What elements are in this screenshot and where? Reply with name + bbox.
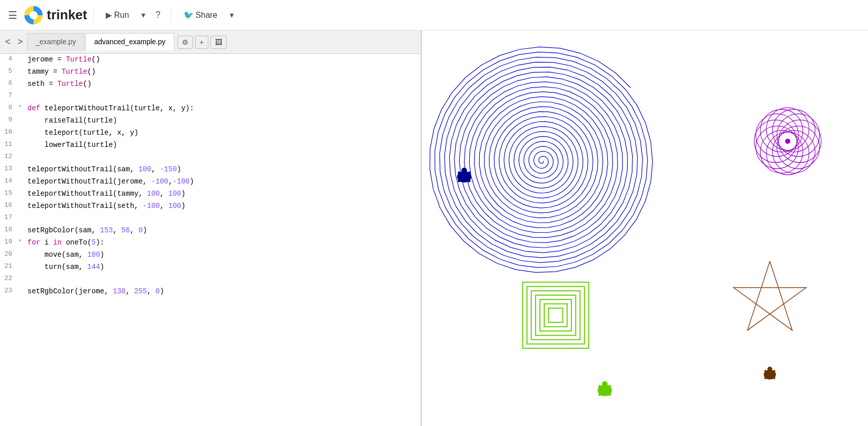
code-line-10: 10 teleport(turtle, x, y)	[0, 127, 421, 139]
svg-point-1	[29, 11, 38, 19]
menu-icon[interactable]: ☰	[5, 6, 20, 24]
separator-2	[171, 8, 171, 23]
code-editor[interactable]: 4 jerome = Turtle() 5 tammy = Turtle() 6…	[0, 54, 421, 426]
code-line-20: 20 move(sam, 100)	[0, 249, 421, 261]
settings-button[interactable]: ⚙	[177, 36, 193, 49]
play-icon: ▶	[106, 10, 112, 20]
code-line-11: 11 lowerTail(turtle)	[0, 139, 421, 151]
code-line-18: 18 setRgbColor(sam, 153, 56, 0)	[0, 225, 421, 237]
code-line-13: 13 teleportWithoutTrail(sam, 100, -150)	[0, 164, 421, 176]
canvas-pane	[422, 31, 868, 426]
image-button[interactable]: 🖼	[210, 36, 227, 49]
code-line-8: 8 ▾ def teleportWithoutTrail(turtle, x, …	[0, 103, 421, 115]
code-line-14: 14 teleportWithoutTrail(jerome, -100,-10…	[0, 176, 421, 188]
code-line-4: 4 jerome = Turtle()	[0, 54, 421, 66]
code-line-9: 9 raiseTail(turtle)	[0, 115, 421, 127]
run-dropdown[interactable]: ▾	[139, 8, 147, 22]
code-line-23: 23 setRgbColor(jerome, 138, 255, 0)	[0, 286, 421, 298]
twitter-icon: 🐦	[183, 10, 194, 20]
tab-example-py[interactable]: _example.py	[27, 33, 84, 51]
code-line-19: 19 ▾ for i in oneTo(5):	[0, 237, 421, 249]
add-file-button[interactable]: +	[195, 36, 208, 49]
separator-1	[93, 8, 94, 23]
code-line-7: 7	[0, 90, 421, 103]
logo-icon	[24, 6, 43, 24]
code-line-5: 5 tammy = Turtle()	[0, 66, 421, 78]
logo-text: trinket	[47, 7, 87, 23]
code-line-22: 22	[0, 273, 421, 286]
editor-pane: < > _example.py advanced_example.py ⚙ + …	[0, 31, 422, 426]
tab-nav-back[interactable]: <	[2, 35, 14, 49]
toolbar: ☰ trinket ▶ Run ▾ ? 🐦 Share ▾	[0, 0, 868, 31]
code-line-6: 6 seth = Turtle()	[0, 78, 421, 90]
run-button[interactable]: ▶ Run	[100, 7, 135, 23]
tab-actions: ⚙ + 🖼	[177, 36, 227, 49]
tab-advanced-example-py[interactable]: advanced_example.py	[85, 33, 174, 51]
run-label: Run	[114, 11, 129, 20]
share-dropdown[interactable]: ▾	[228, 8, 236, 22]
code-line-15: 15 teleportWithoutTrail(tammy, 100, 100)	[0, 188, 421, 200]
share-button[interactable]: 🐦 Share	[177, 7, 224, 23]
code-line-21: 21 turn(sam, 144)	[0, 261, 421, 273]
share-label: Share	[196, 11, 218, 20]
tab-nav-forward[interactable]: >	[15, 35, 26, 49]
tab-bar: < > _example.py advanced_example.py ⚙ + …	[0, 31, 421, 54]
code-line-17: 17	[0, 212, 421, 225]
turtle-canvas	[422, 31, 868, 426]
code-line-16: 16 teleportWithoutTrail(seth, -100, 100)	[0, 200, 421, 212]
help-button[interactable]: ?	[151, 8, 165, 22]
main-area: < > _example.py advanced_example.py ⚙ + …	[0, 31, 868, 426]
code-line-12: 12	[0, 151, 421, 164]
